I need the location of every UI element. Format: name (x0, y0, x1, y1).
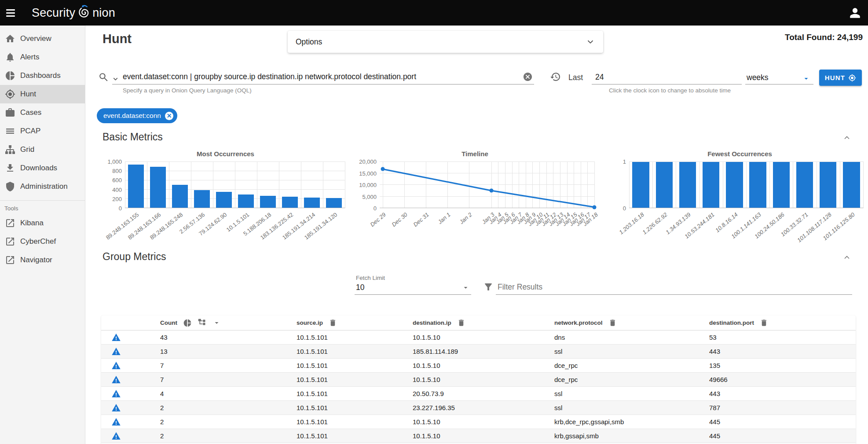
column-header-network-protocol[interactable]: network.protocol (554, 319, 709, 327)
sidebar-item-downloads[interactable]: Downloads (0, 159, 85, 177)
y-axis-tick-label: 1,000 (107, 158, 122, 165)
warning-triangle-icon[interactable] (101, 431, 160, 441)
sidebar-item-cyberchef[interactable]: CyberChef (0, 232, 85, 251)
bar[interactable] (820, 162, 836, 208)
bar[interactable] (150, 167, 166, 208)
table-row[interactable]: 1310.1.5.101185.81.114.189ssl443 (101, 344, 856, 358)
hunt-button[interactable]: HUNT (819, 70, 862, 86)
hamburger-menu-icon[interactable] (6, 7, 17, 18)
bar-slot (301, 161, 323, 208)
warning-triangle-icon[interactable] (101, 361, 160, 371)
warning-triangle-icon[interactable] (101, 347, 160, 356)
sidebar-item-pcap[interactable]: PCAP (0, 122, 85, 140)
collapse-group-metrics-icon[interactable] (842, 253, 851, 262)
history-clock-icon[interactable] (550, 71, 561, 82)
y-axis-tick-label: 15,000 (359, 170, 377, 176)
table-row[interactable]: 710.1.5.10110.1.5.10dce_rpc49666 (101, 372, 856, 386)
sidebar-item-administration[interactable]: Administration (0, 177, 85, 196)
data-point[interactable] (381, 167, 385, 171)
sidebar-item-alerts[interactable]: Alerts (0, 48, 85, 66)
cell-destination-port: 445 (709, 432, 856, 440)
briefcase-icon (5, 107, 15, 118)
bar[interactable] (128, 165, 144, 208)
filter-results-input[interactable] (498, 283, 845, 292)
bar[interactable] (749, 162, 766, 208)
fetch-limit-caret-icon[interactable] (461, 283, 470, 292)
filter-funnel-icon (483, 282, 494, 292)
trash-icon[interactable] (608, 319, 617, 327)
bar[interactable] (238, 194, 254, 208)
bar[interactable] (216, 192, 232, 208)
filter-results-underline (496, 294, 852, 295)
time-unit-caret-icon[interactable] (802, 74, 810, 83)
trash-icon[interactable] (760, 319, 768, 327)
fetch-limit-select[interactable]: 10 (356, 283, 364, 292)
cell-count: 2 (160, 418, 297, 426)
column-header-destination-ip[interactable]: destination.ip (413, 319, 554, 327)
trash-icon[interactable] (457, 319, 465, 327)
query-expand-icon[interactable] (112, 75, 119, 83)
cell-destination-port: 49666 (709, 376, 856, 383)
time-unit-select[interactable]: weeks (747, 73, 769, 82)
bar[interactable] (632, 162, 649, 208)
x-axis-label: Dec 31 (412, 211, 430, 228)
cell-source-ip: 10.1.5.101 (297, 390, 413, 397)
bar[interactable] (796, 162, 813, 208)
graph-view-icon[interactable] (198, 318, 207, 327)
pie-chart-icon (5, 70, 15, 81)
warning-triangle-icon[interactable] (101, 417, 160, 427)
clear-query-icon[interactable] (523, 72, 533, 82)
y-axis-tick-label: 800 (112, 168, 122, 174)
sidebar-item-hunt[interactable]: Hunt (0, 85, 85, 103)
column-header-source-ip[interactable]: source.ip (297, 319, 413, 327)
warning-triangle-icon[interactable] (101, 333, 160, 342)
column-header-destination-port[interactable]: destination.port (709, 319, 856, 327)
filter-chip[interactable]: event.dataset:conn ✕ (97, 108, 177, 123)
main-content: Hunt Options Total Found: 24,199 Last we… (86, 26, 868, 444)
table-row[interactable]: 410.1.5.10120.50.73.9ssl443 (101, 386, 856, 400)
query-input[interactable] (123, 72, 516, 81)
caret-down-icon[interactable] (212, 319, 221, 327)
column-header-count[interactable]: Count (160, 318, 297, 327)
bar[interactable] (172, 185, 188, 208)
data-point[interactable] (489, 189, 493, 193)
options-dropdown[interactable]: Options (288, 31, 603, 53)
sidebar-item-dashboards[interactable]: Dashboards (0, 66, 85, 85)
warning-triangle-icon[interactable] (101, 389, 160, 399)
table-row[interactable]: 210.1.5.10123.227.196.35ssl787 (101, 400, 856, 415)
time-value-input[interactable] (595, 73, 736, 82)
bar[interactable] (304, 198, 320, 208)
bar[interactable] (679, 162, 696, 208)
warning-triangle-icon[interactable] (101, 403, 160, 413)
bar[interactable] (703, 162, 719, 208)
user-account-icon[interactable] (849, 7, 861, 19)
bar[interactable] (282, 197, 298, 208)
bar[interactable] (260, 196, 276, 208)
bar[interactable] (656, 162, 673, 208)
bar[interactable] (843, 162, 860, 208)
table-row[interactable]: 4310.1.5.10110.1.5.10dns53 (101, 330, 856, 344)
collapse-basic-metrics-icon[interactable] (842, 133, 851, 142)
crosshair-icon (5, 89, 15, 99)
trash-icon[interactable] (329, 319, 337, 327)
sidebar-item-kibana[interactable]: Kibana (0, 214, 85, 232)
sidebar-item-overview[interactable]: Overview (0, 29, 85, 48)
table-row[interactable]: 710.1.5.10110.1.5.10dce_rpc135 (101, 358, 856, 372)
time-hint: Click the clock icon to change to absolu… (609, 87, 731, 94)
warning-triangle-icon[interactable] (101, 375, 160, 385)
table-row[interactable]: 210.1.5.10110.1.5.10krb,dce_rpc,gssapi,s… (101, 415, 856, 429)
bar[interactable] (773, 162, 790, 208)
bar[interactable] (726, 162, 743, 208)
sidebar-item-navigator[interactable]: Navigator (0, 251, 85, 269)
cell-source-ip: 10.1.5.101 (297, 348, 413, 355)
bar[interactable] (326, 198, 342, 208)
table-row[interactable]: 210.1.5.10110.1.5.10krb,gssapi,smb445 (101, 429, 856, 443)
sidebar-item-grid[interactable]: Grid (0, 140, 85, 159)
shield-icon (5, 181, 15, 192)
bar[interactable] (194, 190, 210, 208)
x-axis-label: 1.226.62.92 (641, 211, 668, 236)
y-axis-tick-label: 0 (374, 205, 377, 212)
remove-filter-icon[interactable]: ✕ (165, 112, 173, 120)
sidebar-item-cases[interactable]: Cases (0, 103, 85, 122)
pie-chart-toggle-icon[interactable] (183, 319, 192, 327)
